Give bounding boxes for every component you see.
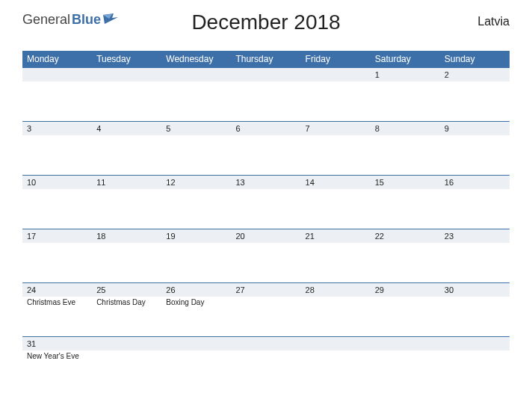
day-number: 12 [161, 176, 231, 189]
calendar-day-cell: 7 [301, 121, 371, 175]
day-number-blank [92, 68, 161, 81]
day-number: 19 [161, 229, 231, 243]
day-number: 14 [301, 176, 371, 189]
calendar-day-cell: 19 [161, 229, 231, 282]
day-number-blank [231, 337, 300, 350]
calendar-day-cell: 5 [161, 121, 231, 175]
calendar-day-cell: 4 [92, 121, 161, 175]
calendar-day-cell [440, 336, 510, 390]
day-number: 20 [231, 229, 300, 243]
calendar-day-cell: 1 [371, 67, 440, 121]
day-number: 30 [440, 283, 510, 297]
calendar-day-cell [231, 336, 300, 390]
day-number-blank [22, 68, 92, 81]
day-number: 26 [161, 283, 231, 297]
calendar-day-cell: 8 [371, 121, 440, 175]
logo-text-blue: Blue [72, 12, 101, 28]
day-number: 1 [371, 68, 440, 81]
calendar-day-cell: 14 [301, 175, 371, 229]
weekday-header: Sunday [440, 51, 510, 67]
day-number: 13 [231, 176, 300, 189]
day-number: 10 [22, 176, 92, 189]
calendar-day-cell: 25Christmas Day [92, 282, 161, 336]
day-number: 2 [440, 68, 510, 81]
calendar-day-cell: 27 [231, 282, 300, 336]
calendar-page: General Blue December 2018 Latvia Monday… [0, 0, 532, 405]
logo-text-general: General [22, 12, 70, 28]
calendar-week-row: 17181920212223 [22, 229, 510, 282]
day-number: 6 [231, 122, 300, 135]
day-number-blank [440, 337, 510, 350]
day-number: 15 [371, 176, 440, 189]
calendar-day-cell: 31New Year's Eve [22, 336, 92, 390]
calendar-day-cell [231, 67, 300, 121]
calendar-day-cell: 23 [440, 229, 510, 282]
day-number: 3 [22, 122, 92, 135]
calendar-day-cell [92, 67, 161, 121]
day-number: 29 [371, 283, 440, 297]
day-number: 5 [161, 122, 231, 135]
day-number-blank [92, 337, 161, 350]
event-label: Christmas Day [92, 297, 161, 307]
day-number-blank [161, 337, 231, 350]
calendar-day-cell: 20 [231, 229, 300, 282]
calendar-day-cell: 24Christmas Eve [22, 282, 92, 336]
day-number: 25 [92, 283, 161, 297]
day-number: 17 [22, 229, 92, 243]
day-number: 4 [92, 122, 161, 135]
calendar-day-cell: 9 [440, 121, 510, 175]
calendar-day-cell: 30 [440, 282, 510, 336]
day-number-blank [231, 68, 300, 81]
day-number: 8 [371, 122, 440, 135]
day-number: 9 [440, 122, 510, 135]
calendar-day-cell: 6 [231, 121, 300, 175]
day-number: 18 [92, 229, 161, 243]
calendar-day-cell [22, 67, 92, 121]
day-number: 16 [440, 176, 510, 189]
calendar-day-cell [161, 67, 231, 121]
calendar-day-cell [371, 336, 440, 390]
calendar-day-cell [301, 67, 371, 121]
event-label: Boxing Day [161, 297, 231, 307]
calendar-day-cell [92, 336, 161, 390]
calendar-day-cell: 12 [161, 175, 231, 229]
day-number: 11 [92, 176, 161, 189]
calendar-grid: Monday Tuesday Wednesday Thursday Friday… [22, 51, 510, 390]
calendar-week-row: 10111213141516 [22, 175, 510, 229]
day-number: 7 [301, 122, 371, 135]
weekday-header: Tuesday [92, 51, 161, 67]
day-number-blank [301, 337, 371, 350]
weekday-header-row: Monday Tuesday Wednesday Thursday Friday… [22, 51, 510, 67]
day-number: 21 [301, 229, 371, 243]
weekday-header: Friday [301, 51, 371, 67]
calendar-day-cell: 21 [301, 229, 371, 282]
weekday-header: Thursday [231, 51, 300, 67]
day-number-blank [301, 68, 371, 81]
weekday-header: Saturday [371, 51, 440, 67]
calendar-day-cell [161, 336, 231, 390]
calendar-day-cell: 11 [92, 175, 161, 229]
calendar-day-cell: 2 [440, 67, 510, 121]
calendar-day-cell: 17 [22, 229, 92, 282]
day-number: 23 [440, 229, 510, 243]
day-number-blank [371, 337, 440, 350]
calendar-day-cell: 29 [371, 282, 440, 336]
day-number: 27 [231, 283, 300, 297]
weekday-header: Wednesday [161, 51, 231, 67]
calendar-day-cell: 16 [440, 175, 510, 229]
calendar-day-cell [301, 336, 371, 390]
day-number: 24 [22, 283, 92, 297]
weekday-header: Monday [22, 51, 92, 67]
logo: General Blue [22, 7, 118, 28]
calendar-day-cell: 13 [231, 175, 300, 229]
calendar-day-cell: 22 [371, 229, 440, 282]
calendar-week-row: 31New Year's Eve [22, 336, 510, 390]
calendar-day-cell: 10 [22, 175, 92, 229]
calendar-week-row: 24Christmas Eve25Christmas Day26Boxing D… [22, 282, 510, 336]
calendar-week-row: 3456789 [22, 121, 510, 175]
event-label: New Year's Eve [22, 350, 92, 361]
calendar-day-cell: 3 [22, 121, 92, 175]
day-number: 22 [371, 229, 440, 243]
flag-icon [103, 12, 118, 28]
calendar-day-cell: 15 [371, 175, 440, 229]
